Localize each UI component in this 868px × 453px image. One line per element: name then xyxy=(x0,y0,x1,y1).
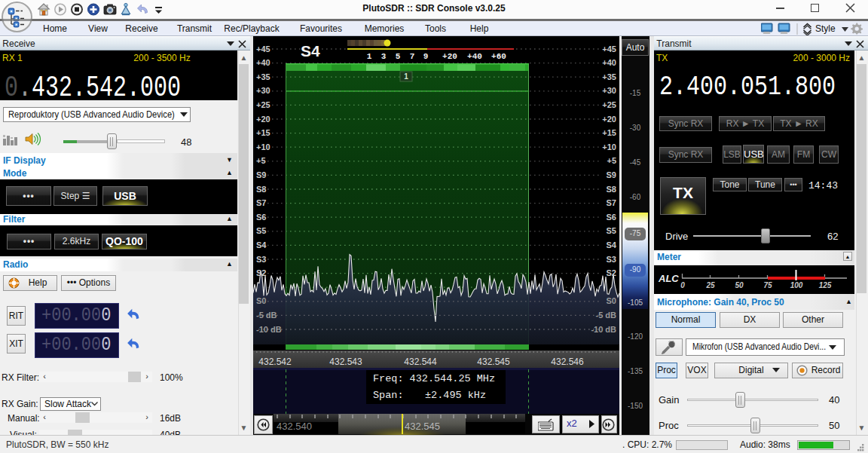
svg-text:S4: S4 xyxy=(256,240,267,249)
svg-text:25: 25 xyxy=(705,281,715,289)
svg-text:+5: +5 xyxy=(256,156,266,165)
svg-text:+20: +20 xyxy=(442,52,457,61)
svg-text:S5: S5 xyxy=(256,226,266,235)
svg-text:+35: +35 xyxy=(602,72,616,81)
svg-text:+20: +20 xyxy=(256,115,270,124)
svg-text:S3: S3 xyxy=(256,255,266,264)
svg-text:75: 75 xyxy=(763,281,772,289)
svg-text:100: 100 xyxy=(790,281,803,289)
svg-text:1: 1 xyxy=(367,52,372,61)
svg-text:-5 dB: -5 dB xyxy=(256,311,277,320)
svg-text:±2.495 kHz: ±2.495 kHz xyxy=(425,390,486,401)
svg-text:1: 1 xyxy=(404,72,408,81)
svg-text:S5: S5 xyxy=(607,226,616,235)
svg-text:Span:: Span: xyxy=(373,390,404,401)
svg-text:+25: +25 xyxy=(602,100,616,109)
svg-text:S6: S6 xyxy=(607,213,616,222)
svg-text:+5: +5 xyxy=(607,156,616,165)
svg-text:S3: S3 xyxy=(607,255,616,264)
svg-text:-5 dB: -5 dB xyxy=(596,311,617,320)
svg-text:S7: S7 xyxy=(607,198,616,207)
svg-text:432.543: 432.543 xyxy=(329,357,362,367)
svg-text:S4: S4 xyxy=(301,42,320,60)
svg-text:0: 0 xyxy=(680,281,685,289)
svg-text:432.546: 432.546 xyxy=(551,357,584,367)
svg-text:-10 dB: -10 dB xyxy=(591,325,616,334)
svg-text:+25: +25 xyxy=(256,100,270,109)
svg-text:+15: +15 xyxy=(602,128,616,137)
svg-text:S0: S0 xyxy=(256,296,266,305)
svg-text:432.545: 432.545 xyxy=(477,357,510,367)
svg-text:+40: +40 xyxy=(602,58,616,67)
svg-text:+40: +40 xyxy=(467,52,482,61)
svg-text:S2: S2 xyxy=(256,268,266,277)
svg-text:3: 3 xyxy=(381,52,387,61)
svg-text:S2: S2 xyxy=(607,268,616,277)
svg-text:432.545: 432.545 xyxy=(405,421,440,432)
svg-text:+60: +60 xyxy=(491,52,506,61)
svg-text:S9: S9 xyxy=(607,170,616,179)
svg-text:S9: S9 xyxy=(256,170,266,179)
svg-text:+10: +10 xyxy=(602,142,616,152)
svg-text:+30: +30 xyxy=(602,86,616,95)
svg-text:+45: +45 xyxy=(256,44,270,54)
svg-text:S7: S7 xyxy=(256,198,266,207)
svg-text:S8: S8 xyxy=(256,185,266,194)
svg-text:125: 125 xyxy=(819,281,832,289)
svg-text:+15: +15 xyxy=(256,128,270,137)
svg-text:+45: +45 xyxy=(602,44,616,54)
svg-text:S0: S0 xyxy=(607,296,616,305)
svg-text:+40: +40 xyxy=(256,58,270,67)
svg-text:+30: +30 xyxy=(256,86,270,95)
svg-text:7: 7 xyxy=(410,52,415,61)
svg-text:S4: S4 xyxy=(607,240,617,249)
svg-text:S8: S8 xyxy=(607,185,616,194)
svg-text:50: 50 xyxy=(735,281,744,289)
svg-text:Freq: 432.544.25 MHz: Freq: 432.544.25 MHz xyxy=(373,373,495,384)
svg-text:+35: +35 xyxy=(256,72,270,81)
svg-text:+10: +10 xyxy=(256,142,270,152)
svg-text:-10 dB: -10 dB xyxy=(256,325,282,334)
svg-text:S6: S6 xyxy=(256,213,266,222)
svg-text:+20: +20 xyxy=(602,115,616,124)
svg-text:432.542: 432.542 xyxy=(258,357,292,367)
svg-text:9: 9 xyxy=(423,52,429,61)
svg-text:5: 5 xyxy=(396,52,401,61)
svg-text:432.544: 432.544 xyxy=(404,357,437,367)
svg-text:432.540: 432.540 xyxy=(277,421,312,432)
